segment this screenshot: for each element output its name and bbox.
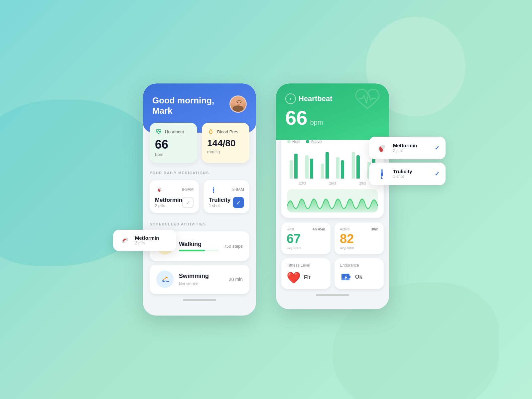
metformin-dose: 2 pills	[155, 203, 182, 208]
heartbeat-label: Heartbeat	[165, 129, 184, 134]
fitness-level-label: Fitness Level	[287, 263, 325, 268]
trulicity-right-info: Trulicity 1 shot	[393, 169, 430, 179]
walking-info: Walking	[179, 241, 219, 251]
floating-metformin-card: Metformin 2 pills	[113, 230, 176, 251]
floating-med-dose: 2 pills	[135, 241, 159, 245]
endurance-value: Ok	[355, 274, 362, 280]
wave-chart	[287, 189, 378, 212]
fitness-level-value: Fit	[304, 275, 311, 281]
svg-rect-12	[213, 187, 214, 189]
active-avg-label: avg bpm	[340, 246, 378, 250]
heartbeat-value: 66	[155, 139, 192, 151]
bp-label: Blood Pres.	[217, 129, 239, 134]
svg-point-7	[240, 102, 241, 103]
heartbeat-unit: bpm	[155, 152, 192, 157]
bar-labels: 23/3 26/3 29/3	[287, 181, 378, 185]
floating-meds-right: Metformin 2 pills ✓ Trulicity 1 shot	[369, 137, 446, 185]
active-mode-label: Active	[340, 227, 350, 231]
metformin-right-info: Metformin 2 pills	[393, 143, 430, 153]
svg-point-6	[237, 102, 238, 103]
legend-active: Active	[306, 139, 322, 144]
rest-stat-card: Rest 4h 45m 67 avg bpm	[281, 222, 331, 254]
metformin-card[interactable]: 8-9AM Metformin 2 pills ✓	[150, 180, 199, 213]
trulicity-dose: 1 shot	[209, 203, 230, 208]
bpm-value: 66	[285, 108, 308, 128]
metformin-icon	[155, 185, 164, 194]
trulicity-card[interactable]: 8-9AM Trulicity 1 shot ✓	[203, 180, 249, 213]
swimming-duration: 30 min	[229, 277, 243, 282]
bp-unit: mmHg	[207, 149, 244, 154]
heartbeat-card[interactable]: Heartbeat 66 bpm	[150, 123, 197, 163]
active-time: 30m	[371, 227, 378, 231]
walking-steps: 750 steps	[224, 244, 243, 249]
floating-pill-icon	[119, 234, 131, 246]
swimming-icon-wrap	[156, 271, 174, 288]
svg-marker-13	[213, 192, 214, 193]
trulicity-right-name: Trulicity	[393, 169, 430, 174]
floating-metformin-right: Metformin 2 pills ✓	[369, 137, 446, 159]
bar-chart	[287, 149, 378, 179]
left-phone: Metformin 2 pills Good morning, Mark	[143, 83, 256, 316]
swimming-info: Swimming Not started	[179, 273, 223, 286]
trulicity-check[interactable]: ✓	[233, 197, 244, 208]
floating-trulicity-right: Trulicity 1 shot ✓	[369, 163, 446, 185]
rest-avg-label: avg bpm	[287, 246, 325, 250]
heartbeat-header: ‹ Heartbeat 66 bpm	[276, 83, 389, 140]
trulicity-right-check: ✓	[435, 170, 440, 178]
svg-point-4	[233, 108, 245, 113]
floating-med-name: Metformin	[135, 235, 159, 241]
metformin-right-name: Metformin	[393, 143, 430, 148]
stats-grid: Rest 4h 45m 67 avg bpm Active 30m 82	[281, 222, 384, 289]
metformin-right-dose: 2 pills	[393, 148, 430, 153]
bpm-unit: bpm	[310, 119, 323, 126]
trulicity-name: Trulicity	[209, 197, 230, 203]
svg-rect-28	[349, 276, 350, 278]
swimming-activity-card[interactable]: Swimming Not started 30 min	[150, 265, 249, 294]
trulicity-time: 8-9AM	[232, 187, 244, 192]
home-indicator	[183, 299, 216, 301]
rest-mode-label: Rest	[287, 227, 294, 231]
drop-icon	[207, 128, 214, 135]
endurance-card: Endurance Ok	[334, 258, 384, 289]
blood-pressure-card[interactable]: Blood Pres. 144/80 mmHg	[202, 123, 249, 163]
right-phone: Metformin 2 pills ✓ Trulicity 1 shot	[276, 83, 389, 309]
activities-section-title: SCHEDULLED ACTIVITIES	[150, 222, 249, 226]
metformin-check[interactable]: ✓	[182, 197, 194, 208]
metformin-time: 8-9AM	[182, 187, 194, 192]
active-bpm: 82	[340, 232, 378, 245]
metformin-right-check: ✓	[435, 144, 440, 152]
heart-icon	[155, 128, 162, 135]
fitness-level-card: Fitness Level ❤️ Fit	[281, 258, 331, 289]
svg-rect-25	[381, 169, 383, 173]
endurance-label: Endurance	[340, 263, 378, 268]
back-circle-icon: ‹	[285, 93, 296, 104]
heartbeat-title: Heartbeat	[299, 94, 332, 103]
battery-icon	[340, 271, 352, 283]
capsule-icon	[375, 141, 388, 155]
chart-card: Rest Active	[281, 133, 384, 218]
fitness-icon-wrap: ❤️ Fit	[287, 271, 325, 284]
bp-value: 144/80	[207, 139, 244, 148]
medications-row: 8-9AM Metformin 2 pills ✓	[150, 180, 249, 213]
pen-icon	[375, 167, 388, 181]
legend-rest: Rest	[287, 139, 301, 144]
metformin-name: Metformin	[155, 197, 182, 203]
heart-fitness-icon: ❤️	[287, 271, 301, 284]
trulicity-right-dose: 1 shot	[393, 174, 430, 179]
medications-section-title: YOUR DAILY MEDICATIONS	[150, 171, 249, 175]
right-home-indicator	[316, 294, 349, 296]
metrics-row: Heartbeat 66 bpm Blood Pres. 144/	[143, 123, 256, 163]
walking-name: Walking	[179, 241, 219, 248]
walking-progress-fill	[179, 250, 205, 251]
rest-time: 4h 45m	[313, 227, 325, 231]
endurance-icon-wrap: Ok	[340, 271, 378, 283]
phones-container: Metformin 2 pills Good morning, Mark	[143, 83, 389, 316]
swimming-status: Not started	[179, 282, 223, 286]
avatar[interactable]	[229, 95, 247, 113]
rest-bpm: 67	[287, 232, 325, 245]
active-stat-card: Active 30m 82 avg bpm	[334, 222, 384, 254]
svg-marker-26	[381, 177, 383, 179]
greeting-text: Good morning, Mark	[152, 95, 214, 116]
walking-progress-bar	[179, 250, 219, 251]
trulicity-icon	[209, 185, 218, 194]
